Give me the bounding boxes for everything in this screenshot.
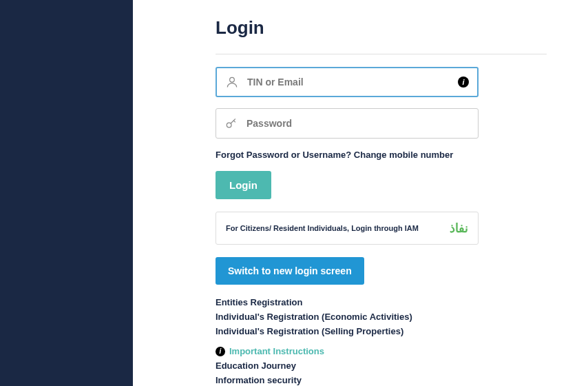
- main-content: Login i Forgot Password or Username? Cha…: [133, 0, 588, 386]
- svg-point-1: [227, 123, 231, 128]
- login-button[interactable]: Login: [216, 171, 271, 199]
- iam-login-box[interactable]: For Citizens/ Resident Individuals, Logi…: [216, 212, 479, 245]
- separator: [216, 54, 547, 54]
- education-journey-link[interactable]: Education Journey: [216, 360, 547, 371]
- iam-text: For Citizens/ Resident Individuals, Logi…: [226, 224, 419, 232]
- username-field-container[interactable]: i: [216, 67, 479, 97]
- user-icon: [225, 75, 239, 89]
- forgot-link[interactable]: Forgot Password or Username?: [216, 150, 351, 160]
- important-instructions-label: Important Instructions: [229, 346, 324, 356]
- nafath-logo: نفاذ: [450, 221, 468, 236]
- change-mobile-link[interactable]: Change mobile number: [354, 150, 453, 160]
- info-icon: i: [216, 347, 225, 356]
- info-icon[interactable]: i: [458, 77, 469, 88]
- page-title: Login: [216, 17, 547, 39]
- help-links: Forgot Password or Username? Change mobi…: [216, 150, 547, 160]
- username-input[interactable]: [247, 77, 458, 88]
- key-icon: [224, 116, 238, 130]
- individual-economic-link[interactable]: Individual's Registration (Economic Acti…: [216, 312, 547, 322]
- entities-registration-link[interactable]: Entities Registration: [216, 297, 547, 307]
- password-field-container[interactable]: [216, 108, 479, 139]
- important-instructions-link[interactable]: i Important Instructions: [216, 346, 547, 356]
- switch-login-button[interactable]: Switch to new login screen: [216, 257, 364, 285]
- password-input[interactable]: [246, 118, 470, 129]
- sidebar: [0, 0, 133, 386]
- registration-links: Entities Registration Individual's Regis…: [216, 297, 547, 386]
- svg-point-0: [230, 77, 235, 82]
- individual-selling-link[interactable]: Individual's Registration (Selling Prope…: [216, 326, 547, 336]
- information-security-link[interactable]: Information security: [216, 375, 547, 385]
